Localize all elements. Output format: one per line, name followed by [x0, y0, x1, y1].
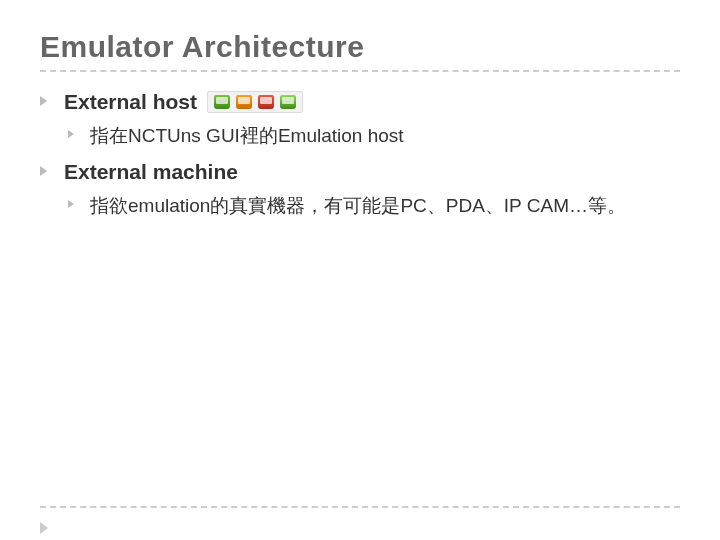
sub-list: 指在NCTUns GUI裡的Emulation host: [68, 122, 680, 150]
list-item: External machine 指欲emulation的真實機器，有可能是PC…: [40, 160, 680, 220]
item-heading: External machine: [64, 160, 238, 184]
content-list: External host 指在NCTUns GUI裡的Emulation ho…: [40, 90, 680, 219]
item-heading-row: External machine: [64, 160, 680, 184]
slide: Emulator Architecture External host 指在NC…: [0, 0, 720, 540]
node-icon: [280, 95, 296, 109]
sub-item: 指在NCTUns GUI裡的Emulation host: [68, 122, 680, 150]
title-divider: [40, 70, 680, 72]
node-icon: [258, 95, 274, 109]
slide-title: Emulator Architecture: [40, 30, 680, 64]
gui-host-nodes-icon: [207, 91, 303, 113]
item-heading: External host: [64, 90, 197, 114]
list-item: External host 指在NCTUns GUI裡的Emulation ho…: [40, 90, 680, 150]
footer-divider: [40, 506, 680, 508]
node-icon: [236, 95, 252, 109]
sub-list: 指欲emulation的真實機器，有可能是PC、PDA、IP CAM…等。: [68, 192, 680, 220]
item-heading-row: External host: [64, 90, 680, 114]
node-icon: [214, 95, 230, 109]
footer-arrow-icon: [40, 522, 48, 534]
sub-item: 指欲emulation的真實機器，有可能是PC、PDA、IP CAM…等。: [68, 192, 680, 220]
